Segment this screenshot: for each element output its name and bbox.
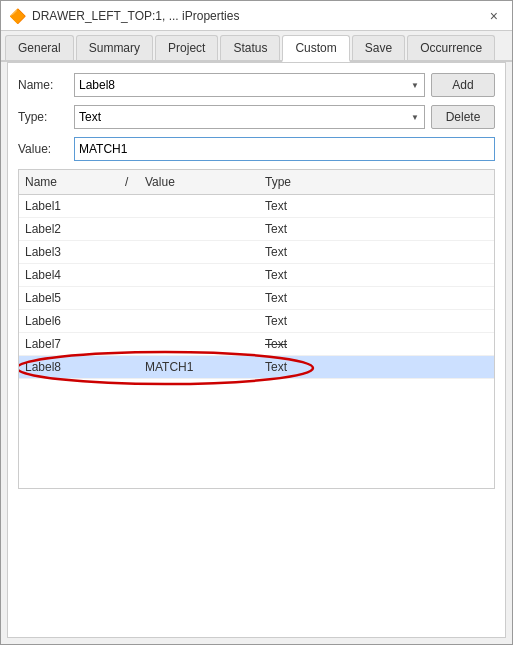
table-row[interactable]: Label1 Text (19, 195, 494, 218)
table-row[interactable]: Label2 Text (19, 218, 494, 241)
tab-occurrence[interactable]: Occurrence (407, 35, 495, 60)
cell-type: Text (259, 197, 359, 215)
cell-value (139, 273, 259, 277)
cell-sort (119, 365, 139, 369)
cell-extra (359, 204, 494, 208)
main-window: 🔶 DRAWER_LEFT_TOP:1, ... iProperties × G… (0, 0, 513, 645)
col-header-value: Value (139, 173, 259, 191)
cell-value (139, 342, 259, 346)
cell-name: Label3 (19, 243, 119, 261)
type-dropdown-wrapper: Text (74, 105, 425, 129)
delete-button[interactable]: Delete (431, 105, 495, 129)
cell-type: Text (259, 312, 359, 330)
cell-extra (359, 227, 494, 231)
cell-extra (359, 250, 494, 254)
table-header: Name / Value Type (19, 170, 494, 195)
title-bar: 🔶 DRAWER_LEFT_TOP:1, ... iProperties × (1, 1, 512, 31)
cell-name: Label1 (19, 197, 119, 215)
cell-type: Text (259, 289, 359, 307)
cell-sort (119, 204, 139, 208)
name-input-wrapper: Label8 Add (74, 73, 495, 97)
cell-sort (119, 296, 139, 300)
cell-sort (119, 319, 139, 323)
cell-extra (359, 365, 494, 369)
tab-custom[interactable]: Custom (282, 35, 349, 62)
table-row[interactable]: Label3 Text (19, 241, 494, 264)
window-title: DRAWER_LEFT_TOP:1, ... iProperties (32, 9, 239, 23)
name-dropdown[interactable]: Label8 (74, 73, 425, 97)
table-wrapper: Name / Value Type Label1 Text Label2 (18, 169, 495, 489)
cell-value (139, 319, 259, 323)
tab-save[interactable]: Save (352, 35, 405, 60)
col-header-sort: / (119, 173, 139, 191)
tab-status[interactable]: Status (220, 35, 280, 60)
name-row: Name: Label8 Add (18, 73, 495, 97)
cell-name: Label2 (19, 220, 119, 238)
type-input-wrapper: Text Delete (74, 105, 495, 129)
close-button[interactable]: × (484, 6, 504, 26)
name-dropdown-wrapper: Label8 (74, 73, 425, 97)
cell-name: Label8 (19, 358, 119, 376)
cell-sort (119, 273, 139, 277)
cell-type: Text (259, 220, 359, 238)
table-row[interactable]: Label4 Text (19, 264, 494, 287)
add-button[interactable]: Add (431, 73, 495, 97)
table-row[interactable]: Label6 Text (19, 310, 494, 333)
cell-type: Text (259, 335, 359, 353)
cell-type: Text (259, 266, 359, 284)
value-input[interactable] (74, 137, 495, 161)
type-dropdown[interactable]: Text (74, 105, 425, 129)
cell-name: Label4 (19, 266, 119, 284)
cell-name: Label7 (19, 335, 119, 353)
tab-general[interactable]: General (5, 35, 74, 60)
value-row: Value: (18, 137, 495, 161)
data-table[interactable]: Name / Value Type Label1 Text Label2 (18, 169, 495, 489)
cell-type: Text (259, 243, 359, 261)
table-row[interactable]: Label7 Text (19, 333, 494, 356)
cell-sort (119, 342, 139, 346)
cell-extra (359, 273, 494, 277)
type-label: Type: (18, 110, 66, 124)
value-label: Value: (18, 142, 66, 156)
cell-value (139, 204, 259, 208)
name-label: Name: (18, 78, 66, 92)
table-row-selected[interactable]: Label8 MATCH1 Text (19, 356, 494, 379)
cell-name: Label6 (19, 312, 119, 330)
cell-value (139, 250, 259, 254)
cell-value (139, 227, 259, 231)
col-header-type: Type (259, 173, 359, 191)
cell-extra (359, 342, 494, 346)
cell-sort (119, 250, 139, 254)
cell-extra (359, 296, 494, 300)
tab-project[interactable]: Project (155, 35, 218, 60)
col-header-name: Name (19, 173, 119, 191)
title-bar-left: 🔶 DRAWER_LEFT_TOP:1, ... iProperties (9, 8, 239, 24)
cell-name: Label5 (19, 289, 119, 307)
cell-sort (119, 227, 139, 231)
cell-type: Text (259, 358, 359, 376)
table-row[interactable]: Label5 Text (19, 287, 494, 310)
cell-extra (359, 319, 494, 323)
type-row: Type: Text Delete (18, 105, 495, 129)
app-icon: 🔶 (9, 8, 26, 24)
col-header-extra (359, 173, 494, 191)
cell-value: MATCH1 (139, 358, 259, 376)
tab-bar: General Summary Project Status Custom Sa… (1, 31, 512, 62)
cell-value (139, 296, 259, 300)
content-area: Name: Label8 Add Type: Text Delete (7, 62, 506, 638)
tab-summary[interactable]: Summary (76, 35, 153, 60)
